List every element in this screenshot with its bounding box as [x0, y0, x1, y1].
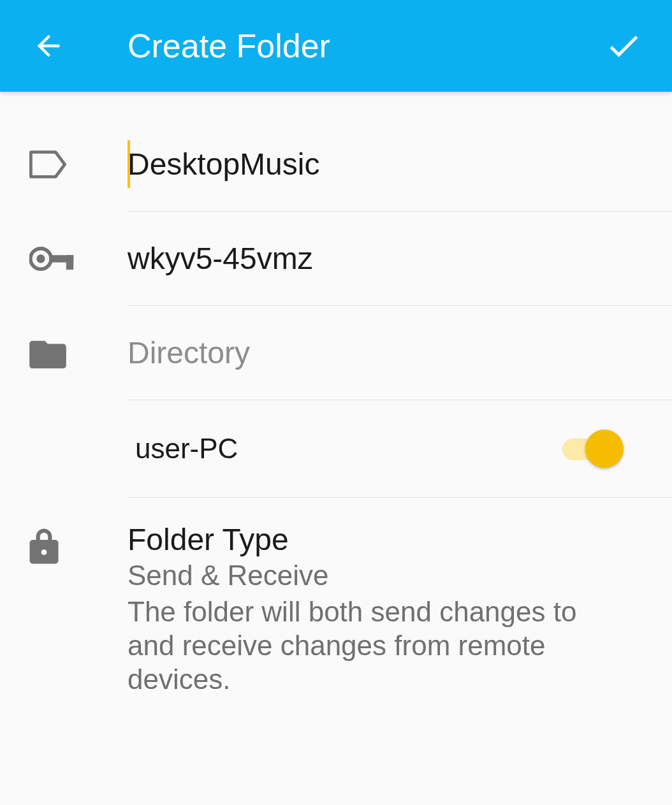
content-area: Directory user-PC Folder Type Send & Rec… — [0, 92, 672, 714]
back-arrow-icon — [32, 29, 65, 62]
folder-type-row[interactable]: Folder Type Send & Receive The folder wi… — [0, 498, 672, 714]
folder-icon-col — [0, 338, 128, 368]
folder-type-mode: Send & Receive — [128, 560, 649, 592]
confirm-button[interactable] — [598, 20, 649, 71]
directory-row[interactable]: Directory — [0, 306, 672, 400]
key-icon — [29, 247, 74, 271]
svg-rect-3 — [66, 255, 73, 270]
lock-icon — [29, 527, 59, 565]
directory-field-wrap: Directory — [128, 324, 672, 382]
lock-icon-col — [0, 523, 128, 565]
tag-icon — [29, 150, 66, 178]
folder-type-body: Folder Type Send & Receive The folder wi… — [128, 523, 672, 697]
toggle-thumb — [585, 430, 624, 468]
folder-label-field-wrap — [128, 135, 672, 193]
device-body: user-PC — [128, 418, 672, 479]
folder-icon — [29, 338, 66, 368]
folder-label-input[interactable] — [128, 135, 649, 193]
label-icon-col — [0, 150, 128, 178]
page-title: Create Folder — [128, 27, 598, 65]
folder-type-description: The folder will both send changes to and… — [128, 595, 625, 696]
key-icon-col — [0, 247, 128, 271]
device-label: user-PC — [128, 433, 562, 465]
folder-id-input[interactable] — [128, 229, 649, 287]
check-icon — [604, 27, 643, 65]
svg-point-1 — [36, 254, 45, 263]
device-row: user-PC — [0, 400, 672, 497]
folder-label-row — [0, 117, 672, 211]
folder-id-row — [0, 212, 672, 305]
folder-id-field-wrap — [128, 229, 672, 287]
folder-type-title: Folder Type — [128, 523, 649, 557]
device-toggle[interactable] — [562, 430, 621, 468]
directory-placeholder: Directory — [128, 324, 649, 382]
app-bar: Create Folder — [0, 0, 672, 92]
back-button[interactable] — [23, 20, 74, 71]
